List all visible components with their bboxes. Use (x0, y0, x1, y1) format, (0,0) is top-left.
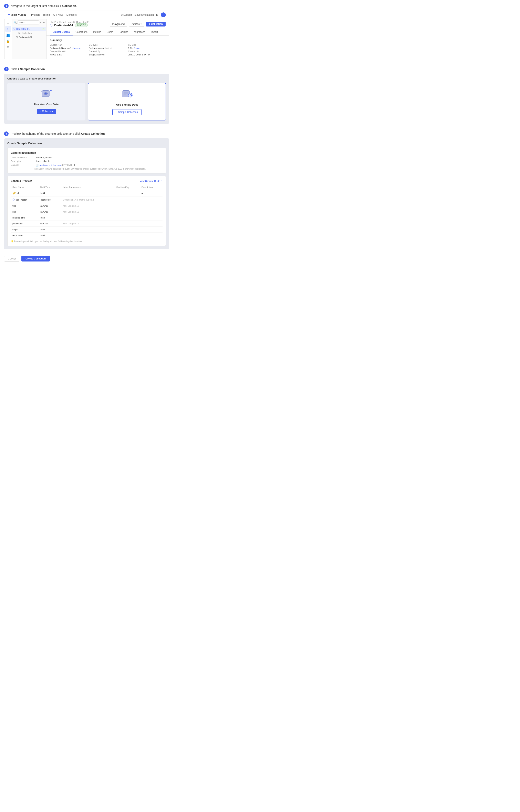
sidebar-icon-folder[interactable]: ☰ (5, 20, 11, 26)
tab-metrics[interactable]: Metrics (90, 29, 104, 35)
nav-grid-icon: ⊞ (156, 13, 158, 16)
user-avatar[interactable] (161, 12, 166, 17)
sidebar-icon-security[interactable]: 🔒 (5, 38, 11, 44)
col-field-name: Field Name (11, 185, 38, 190)
nav-docs[interactable]: ☰ Documentation (134, 13, 154, 16)
upgrade-link[interactable]: Upgrade (72, 47, 81, 49)
description-cell: -- (140, 227, 162, 233)
choose-own-data-card: ✦ + Use Your Own Data + Collection (7, 83, 85, 120)
field-type-cell: FloatVector (38, 196, 61, 203)
playground-button[interactable]: Playground (110, 22, 127, 27)
sidebar-item-dedicated02[interactable]: ⬡ Dedicated-02 (12, 35, 46, 39)
nav-links: Projects Billing API Keys Members (31, 13, 77, 16)
description-row: Description demo collection (11, 160, 162, 162)
collection-name-row: Collection Name medium_articles (11, 156, 162, 159)
sidebar-item-dedicated01[interactable]: ⬡ Dedicated-01 + (12, 27, 46, 31)
nav-billing[interactable]: Billing (43, 13, 50, 16)
field-name-cell: 🔑 id (11, 190, 38, 196)
schema-guide-link[interactable]: View Schema Guide ↗ (140, 180, 162, 182)
svg-rect-1 (43, 90, 49, 91)
add-icon[interactable]: + (43, 21, 45, 24)
tab-migrations[interactable]: Migrations (131, 29, 148, 35)
actions-button[interactable]: Actions ▾ (129, 22, 144, 27)
partition-key-cell (115, 190, 140, 196)
refresh-icon[interactable]: ↻ (40, 21, 42, 24)
index-params-cell: Max Length 512 (61, 203, 114, 209)
logo-area: ✦ zilliz ▾ Zilliz (7, 13, 26, 17)
nav-members[interactable]: Members (67, 13, 77, 16)
field-type-cell: Int64 (38, 233, 61, 239)
no-collection-label: No Collection (12, 31, 46, 35)
sidebar-left-icons: ☰ ⬡ 👥 🔒 ⚙ (4, 19, 12, 59)
external-link-icon: ↗ (161, 180, 162, 182)
tab-collections[interactable]: Collections (73, 29, 90, 35)
tabs-row: Cluster Details Collections Metrics User… (47, 29, 169, 36)
summary-cu-size: CU Size 1 CU Scale Created At Jun 11, 20… (128, 44, 165, 56)
add-collection-button[interactable]: + Collection (146, 22, 165, 27)
cluster2-icon: ⬡ (16, 36, 18, 38)
top-nav: ✦ zilliz ▾ Zilliz Projects Billing API K… (4, 11, 169, 19)
svg-rect-7 (123, 90, 129, 91)
step-1-circle: 1 (4, 4, 8, 8)
step-2-header: 2 Click + Sample Collection. (0, 63, 173, 74)
table-row: reading_time Int64 -- (11, 215, 162, 221)
sidebar-cluster1-label: Dedicated-01 (16, 28, 30, 30)
running-badge: RUNNING (75, 23, 88, 27)
nav-api-keys[interactable]: API Keys (53, 13, 63, 16)
field-name-cell: responses (11, 233, 38, 239)
field-name-cell: claps (11, 227, 38, 233)
add-sample-collection-button[interactable]: + Sample Collection (112, 109, 141, 115)
field-name-cell: title (11, 203, 38, 209)
field-type-cell: VarChar (38, 203, 61, 209)
choose-options: ✦ + Use Your Own Data + Collection (7, 83, 166, 120)
own-data-title: Use Your Own Data (34, 103, 58, 106)
scale-link[interactable]: Scale (134, 47, 140, 49)
svg-point-3 (45, 93, 47, 94)
account-text: ▾ Zilliz (18, 13, 26, 16)
logo-text: zilliz (11, 13, 17, 16)
create-sample-title: Create Sample Collection (7, 142, 166, 145)
sidebar-icon-cluster[interactable]: ⬡ (5, 26, 11, 32)
field-type-cell: VarChar (38, 209, 61, 215)
partition-key-cell (115, 196, 140, 203)
description-cell: -- (140, 203, 162, 209)
content-area: zilliz01 > Default Project > Dedicated-0… (47, 19, 169, 59)
sample-data-title: Use Sample Data (116, 103, 138, 106)
dataset-file: 📄 medium_articles.json (62.76 MB) ⬇ (36, 164, 75, 166)
sidebar-icon-settings[interactable]: ⚙ (5, 45, 11, 50)
create-collection-button[interactable]: Create Collection (21, 256, 50, 262)
nav-support[interactable]: ⊙ Support (121, 13, 132, 16)
add-own-collection-button[interactable]: + Collection (37, 109, 56, 114)
cancel-button[interactable]: Cancel (4, 256, 19, 262)
step-1-header: 1 Navigate to the target cluster and cli… (0, 0, 173, 10)
download-icon[interactable]: ⬇ (73, 164, 75, 166)
chevron-down-icon: ▾ (140, 23, 142, 25)
field-name-cell: publication (11, 221, 38, 227)
tab-backups[interactable]: Backups (116, 29, 131, 35)
step-2-text: Click + Sample Collection. (10, 67, 46, 71)
header-actions: Playground Actions ▾ + Collection (110, 22, 165, 27)
create-sample-section: Create Sample Collection General Informa… (4, 138, 169, 249)
dataset-row: Dataset 📄 medium_articles.json (62.76 MB… (11, 164, 162, 166)
main-layout: ☰ ⬡ 👥 🔒 ⚙ 🔍 ↻ + ⬡ Dedicated-01 (4, 19, 169, 59)
tab-cluster-details[interactable]: Cluster Details (50, 29, 73, 35)
col-index-params: Index Parameters (61, 185, 114, 190)
summary-section: Summary Cluster Plan Dedicated (Standard… (47, 36, 169, 59)
search-icon: 🔍 (14, 21, 17, 24)
table-row: responses Int64 -- (11, 233, 162, 239)
tab-import[interactable]: Import (148, 29, 161, 35)
nav-projects[interactable]: Projects (31, 13, 40, 16)
search-input[interactable] (18, 20, 39, 24)
schema-preview-card: Schema Preview View Schema Guide ↗ Field… (7, 176, 166, 246)
tab-users[interactable]: Users (104, 29, 116, 35)
bulb-icon: 💡 (11, 240, 13, 243)
description-cell: -- (140, 209, 162, 215)
dynamic-field-note: 💡 Enabled dynamic field, you can flexibl… (11, 240, 162, 243)
summary-cluster-plan: Cluster Plan Dedicated (Standard) Upgrad… (50, 44, 87, 56)
index-params-cell (61, 233, 114, 239)
cluster-title-row: ⬡ Dedicated-01 RUNNING (50, 23, 90, 27)
sidebar-search-area: 🔍 ↻ + (12, 19, 46, 26)
cluster-name: Dedicated-01 (54, 23, 73, 27)
sidebar-icon-users[interactable]: 👥 (5, 32, 11, 38)
own-data-icon: ✦ + (41, 88, 53, 100)
